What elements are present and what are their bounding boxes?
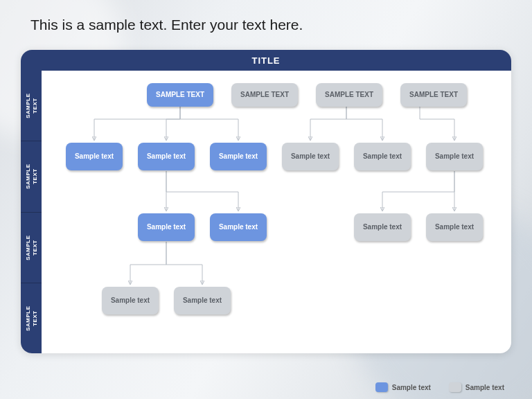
diagram-panel: TITLE SAMPLE TEXT SAMPLE TEXT SAMPLE TEX… [21, 50, 511, 353]
legend: Sample text Sample text [375, 382, 504, 392]
node-r2-5: Sample text [426, 143, 483, 170]
side-label-1: SAMPLE TEXT [21, 141, 42, 211]
node-label: Sample text [111, 296, 150, 305]
panel-title: TITLE [21, 50, 511, 71]
node-label: Sample text [435, 223, 474, 231]
node-r1-3: SAMPLE TEXT [400, 83, 467, 107]
side-label-text: SAMPLE TEXT [24, 93, 37, 118]
node-r2-1: Sample text [138, 143, 195, 170]
side-column: SAMPLE TEXT SAMPLE TEXT SAMPLE TEXT SAMP… [21, 71, 42, 353]
node-label: Sample text [75, 152, 114, 161]
legend-item-gray: Sample text [449, 382, 504, 392]
node-label: SAMPLE TEXT [409, 91, 458, 99]
node-label: SAMPLE TEXT [156, 91, 204, 99]
node-label: Sample text [435, 152, 474, 161]
node-r2-2: Sample text [210, 143, 267, 170]
legend-label: Sample text [466, 384, 504, 391]
node-label: Sample text [291, 152, 330, 161]
legend-swatch-blue [375, 382, 388, 392]
node-r1-1: SAMPLE TEXT [231, 83, 298, 107]
side-label-2: SAMPLE TEXT [21, 212, 42, 283]
side-label-text: SAMPLE TEXT [24, 235, 37, 260]
node-label: Sample text [147, 152, 186, 161]
node-label: Sample text [219, 152, 258, 161]
node-label: SAMPLE TEXT [240, 91, 289, 99]
legend-item-blue: Sample text [375, 382, 431, 392]
legend-label: Sample text [392, 384, 431, 391]
node-r3-2: Sample text [354, 213, 411, 241]
node-r3-1: Sample text [210, 213, 267, 241]
side-label-text: SAMPLE TEXT [24, 305, 37, 330]
legend-swatch-gray [449, 382, 461, 392]
node-r4-0: Sample text [102, 287, 159, 314]
node-r1-0: SAMPLE TEXT [147, 83, 213, 107]
node-r4-1: Sample text [174, 287, 231, 314]
node-label: Sample text [147, 223, 186, 231]
node-r1-2: SAMPLE TEXT [316, 83, 382, 107]
side-label-3: SAMPLE TEXT [21, 283, 42, 353]
page-heading: This is a sample text. Enter your text h… [30, 17, 303, 33]
node-r2-3: Sample text [282, 143, 339, 170]
node-label: Sample text [363, 223, 402, 231]
side-label-text: SAMPLE TEXT [24, 164, 37, 189]
node-r3-0: Sample text [138, 213, 195, 241]
node-r2-4: Sample text [354, 143, 411, 170]
node-label: Sample text [219, 223, 258, 231]
side-label-0: SAMPLE TEXT [21, 71, 42, 141]
diagram-canvas: SAMPLE TEXT SAMPLE TEXT SAMPLE TEXT SAMP… [42, 71, 511, 353]
node-label: Sample text [363, 152, 402, 161]
node-r2-0: Sample text [66, 143, 123, 170]
node-label: SAMPLE TEXT [325, 91, 373, 99]
node-label: Sample text [183, 296, 222, 305]
node-r3-3: Sample text [426, 213, 483, 241]
